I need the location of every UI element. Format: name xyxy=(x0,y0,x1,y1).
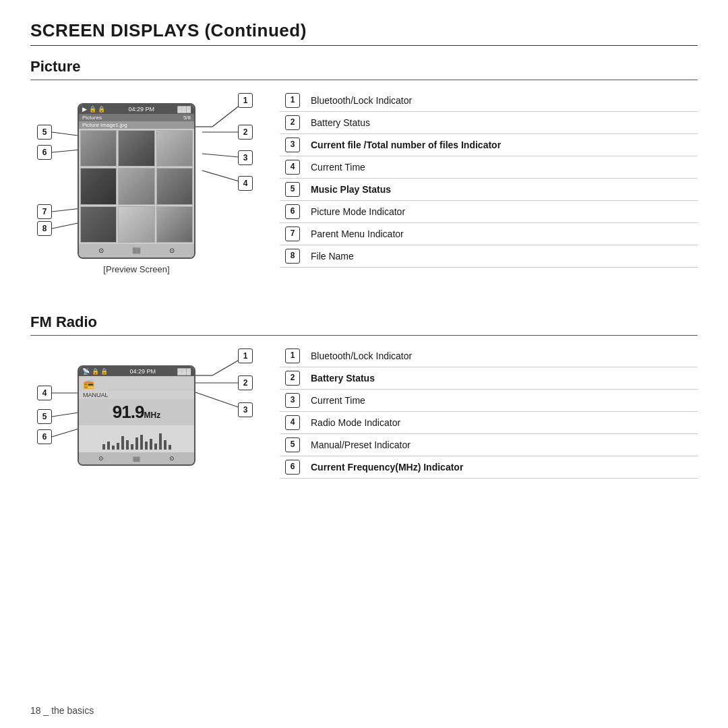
bar-10 xyxy=(145,442,148,450)
fm-legend: 1 Bluetooth/Lock Indicator 2 Battery Sta… xyxy=(280,345,698,479)
fm-header-battery: ▓▓▓ xyxy=(177,368,191,375)
legend-num-box: 4 xyxy=(285,160,300,175)
fm-content: 1 2 3 4 5 6 xyxy=(30,345,698,541)
fm-callout-5: 5 xyxy=(37,409,52,424)
bar-11 xyxy=(150,439,152,450)
legend-num-cell: 3 xyxy=(280,134,305,156)
legend-num-box: 3 xyxy=(285,138,300,152)
bar-14 xyxy=(164,440,166,450)
callout-5: 5 xyxy=(37,125,52,140)
fm-unit: MHz xyxy=(144,411,160,420)
fm-legend-num-box: 6 xyxy=(285,460,300,475)
fm-legend-num-box: 4 xyxy=(285,415,300,430)
picture-device: ▶ 🔒 🔒 04:29 PM ▓▓▓ Pictures 5/8 Picture … xyxy=(78,103,195,274)
fm-legend-text-cell: Manual/Preset Indicator xyxy=(305,434,698,456)
legend-text-cell: Bluetooth/Lock Indicator xyxy=(305,90,698,112)
picture-legend: 1 Bluetooth/Lock Indicator 2 Battery Sta… xyxy=(280,90,698,268)
fm-legend-num-cell: 4 xyxy=(280,412,305,434)
legend-num-cell: 7 xyxy=(280,223,305,245)
fm-header-icons: 📡 🔒 🔒 xyxy=(82,368,108,375)
photo-8 xyxy=(118,206,154,243)
legend-text-cell: Current Time xyxy=(305,156,698,179)
bar-12 xyxy=(154,444,157,450)
legend-num-cell: 5 xyxy=(280,179,305,201)
fm-mode-label: MANUAL xyxy=(79,391,194,399)
legend-text-cell: Current file /Total number of files Indi… xyxy=(305,134,698,156)
fm-callout-3: 3 xyxy=(238,402,253,417)
fm-header-time: 04:29 PM xyxy=(129,368,156,375)
fm-legend-num-cell: 6 xyxy=(280,456,305,479)
callout-2: 2 xyxy=(238,125,253,140)
fm-legend-text-cell: Current Frequency(MHz) Indicator xyxy=(305,456,698,479)
fm-callout-1: 1 xyxy=(238,348,253,363)
fm-frequency: 91.9 xyxy=(113,402,144,422)
callout-7: 7 xyxy=(37,204,52,219)
bar-1 xyxy=(102,444,105,450)
legend-num-cell: 2 xyxy=(280,112,305,134)
fm-radio-icon: 📻 xyxy=(83,378,94,389)
photo-9 xyxy=(156,206,193,243)
legend-num-box: 1 xyxy=(285,93,300,108)
fm-legend-row: 3 Current Time xyxy=(280,390,698,412)
callout-3: 3 xyxy=(238,150,253,165)
bar-8 xyxy=(135,437,138,450)
header-icons: ▶ 🔒 🔒 xyxy=(82,106,105,113)
photo-7 xyxy=(80,206,117,243)
legend-num-box: 2 xyxy=(285,115,300,130)
legend-row: 3 Current file /Total number of files In… xyxy=(280,134,698,156)
picture-section: Picture 5 6 7 8 1 2 3 4 xyxy=(30,58,698,299)
picture-content: 5 6 7 8 1 2 3 4 xyxy=(30,90,698,299)
legend-text-cell: Battery Status xyxy=(305,112,698,134)
callout-4: 4 xyxy=(238,176,253,191)
fm-callout-6: 6 xyxy=(37,429,52,444)
legend-row: 6 Picture Mode Indicator xyxy=(280,201,698,223)
fm-divider xyxy=(30,335,698,336)
photo-5 xyxy=(118,168,154,204)
legend-row: 8 File Name xyxy=(280,245,698,268)
bar-13 xyxy=(159,433,162,450)
bar-15 xyxy=(169,445,171,450)
page-footer: 18 _ the basics xyxy=(30,705,94,716)
fm-legend-row: 4 Radio Mode Indicator xyxy=(280,412,698,434)
picture-section-title: Picture xyxy=(30,58,698,75)
fm-legend-text-cell: Current Time xyxy=(305,390,698,412)
fm-legend-num-cell: 2 xyxy=(280,367,305,390)
bar-5 xyxy=(121,436,124,450)
fm-header: 📡 🔒 🔒 04:29 PM ▓▓▓ xyxy=(79,367,194,376)
fm-legend-text-cell: Bluetooth/Lock Indicator xyxy=(305,345,698,367)
fm-legend-num-box: 1 xyxy=(285,348,300,363)
main-divider xyxy=(30,45,698,46)
callout-6: 6 xyxy=(37,145,52,160)
bar-4 xyxy=(117,443,119,450)
fm-legend-text-cell: Battery Status xyxy=(305,367,698,390)
photo-1 xyxy=(80,130,117,166)
bar-2 xyxy=(107,442,110,450)
fm-legend-num-box: 5 xyxy=(285,437,300,452)
picture-divider xyxy=(30,80,698,80)
photo-3 xyxy=(156,130,193,166)
legend-num-cell: 1 xyxy=(280,90,305,112)
photo-6 xyxy=(156,168,193,204)
fm-device: 📡 🔒 🔒 04:29 PM ▓▓▓ 📻 MANUAL 91.9MHz xyxy=(78,365,195,466)
fm-legend-num-box: 2 xyxy=(285,371,300,386)
bar-9 xyxy=(140,435,143,450)
screen-title-bar: Pictures 5/8 xyxy=(79,114,194,121)
fm-icon-row: 📻 xyxy=(79,376,194,391)
page-container: SCREEN DISPLAYS (Continued) Picture 5 6 … xyxy=(0,0,728,569)
fm-signal-bars xyxy=(79,425,194,452)
picture-diagram: 5 6 7 8 1 2 3 4 xyxy=(30,90,260,299)
legend-row: 4 Current Time xyxy=(280,156,698,179)
fm-diagram: 1 2 3 4 5 6 xyxy=(30,345,260,541)
fm-legend-num-cell: 3 xyxy=(280,390,305,412)
legend-num-box: 8 xyxy=(285,249,300,264)
main-title: SCREEN DISPLAYS (Continued) xyxy=(30,20,698,41)
fm-callout-2: 2 xyxy=(238,375,253,390)
header-battery: ▓▓▓ xyxy=(177,106,191,113)
screen-header: ▶ 🔒 🔒 04:29 PM ▓▓▓ xyxy=(79,104,194,114)
fm-legend-num-cell: 5 xyxy=(280,434,305,456)
legend-num-cell: 4 xyxy=(280,156,305,179)
fm-section-title: FM Radio xyxy=(30,313,698,331)
bar-6 xyxy=(126,440,129,450)
legend-row: 7 Parent Menu Indicator xyxy=(280,223,698,245)
legend-text-cell: Picture Mode Indicator xyxy=(305,201,698,223)
